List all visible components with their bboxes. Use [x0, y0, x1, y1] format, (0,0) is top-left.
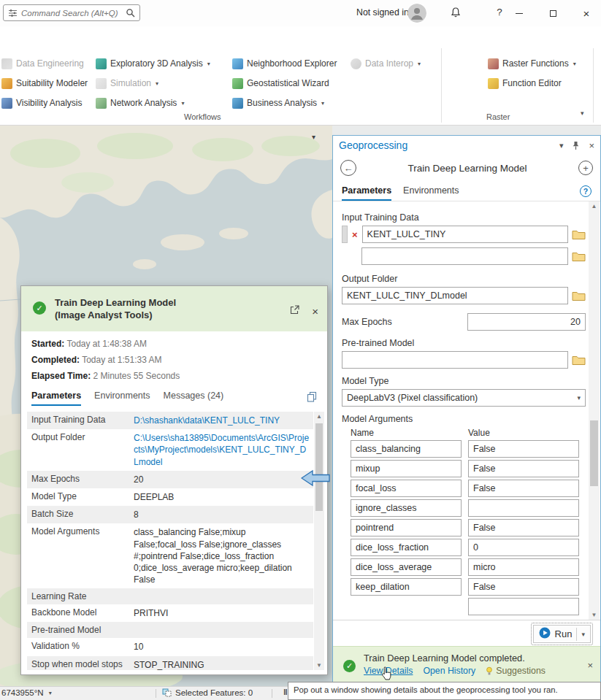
avatar[interactable] [407, 4, 426, 23]
browse-folder-button[interactable] [572, 355, 586, 366]
model-arg-value-input[interactable]: micro [468, 558, 579, 576]
chevron-down-icon: ▾ [207, 61, 210, 67]
model-arg-name-input[interactable]: class_balancing [351, 440, 462, 458]
ribbon-item-function-editor[interactable]: Function Editor [488, 75, 562, 91]
panel-close-icon[interactable]: × [589, 140, 594, 151]
tab-environments[interactable]: Environments [94, 387, 150, 406]
scrollbar-thumb[interactable] [590, 420, 598, 486]
pretrained-model-field[interactable] [342, 351, 568, 369]
run-button[interactable]: Run ▾ [533, 625, 591, 643]
run-bar: Run ▾ [333, 620, 600, 646]
ribbon-item-simulation[interactable]: Simulation ▾ [96, 75, 158, 91]
restore-button[interactable] [540, 0, 565, 26]
map-coordinates[interactable]: 6743955°N ▾ [1, 688, 52, 697]
input-training-data-field[interactable]: KENT_LULC_TINY [362, 226, 568, 243]
scroll-down-icon[interactable]: ▼ [316, 662, 322, 669]
command-search[interactable] [3, 4, 140, 21]
model-arg-name-input[interactable]: ignore_classes [351, 499, 462, 517]
help-icon[interactable]: ? [494, 7, 505, 18]
command-search-input[interactable] [21, 9, 122, 18]
ribbon-item-neighborhood-explorer[interactable]: Neighborhood Explorer [232, 55, 337, 72]
ribbon-item-business-analysis[interactable]: Business Analysis ▾ [232, 95, 324, 111]
model-arg-new-value-input[interactable] [468, 598, 579, 615]
table-row: Stop when model stopsSTOP_TRAINING [27, 656, 313, 670]
minimize-button[interactable] [507, 0, 532, 26]
scrollbar-thumb[interactable] [315, 423, 323, 511]
scroll-up-icon[interactable]: ▲ [316, 413, 322, 420]
table-row: Max Epochs20 [27, 471, 313, 488]
tab-environments[interactable]: Environments [403, 181, 459, 201]
dialog-scrollbar[interactable]: ▲ ▼ [314, 412, 324, 670]
dialog-header: ✓ Train Deep Learning Model (Image Analy… [21, 286, 327, 331]
run-options-chevron-icon[interactable]: ▾ [581, 631, 585, 638]
model-arg-name-input[interactable]: mixup [351, 460, 462, 477]
model-arg-value-input[interactable]: False [468, 519, 579, 536]
pin-icon[interactable] [572, 141, 580, 150]
map-pane-chevron-icon[interactable]: ▾ [312, 133, 315, 141]
browse-folder-button[interactable] [572, 251, 586, 262]
collapse-ribbon-icon[interactable]: ▾ [581, 109, 584, 117]
ribbon-item-exploratory-3d-analysis[interactable]: Exploratory 3D Analysis ▾ [96, 55, 210, 72]
tool-help-icon[interactable]: ? [580, 185, 592, 197]
model-arg-name-input[interactable]: focal_loss [351, 480, 462, 497]
model-arg-value-input[interactable]: False [468, 480, 579, 497]
tab-parameters[interactable]: Parameters [31, 387, 81, 406]
dialog-close-button[interactable]: × [312, 306, 318, 317]
output-folder-field[interactable]: KENT_LULC_TINY_DLmodel [342, 287, 568, 304]
parameters-table: Input Training DataD:\shashank\data\KENT… [27, 412, 313, 670]
drag-handle[interactable] [342, 226, 348, 243]
ribbon-item-visibility-analysis[interactable]: Visibility Analysis [1, 95, 82, 111]
statusbar-separator [156, 689, 156, 698]
notifications-bell-icon[interactable] [450, 7, 462, 21]
model-arg-value-input[interactable]: False [468, 440, 579, 458]
input-training-data-field-2[interactable] [361, 247, 568, 265]
chevron-down-icon: ▾ [181, 100, 184, 107]
ribbon-item-data-interop[interactable]: Data Interop ▾ [351, 55, 421, 72]
add-to-favorites-button[interactable]: + [578, 161, 593, 175]
ribbon-item-suitability-modeler[interactable]: Suitability Modeler [1, 75, 88, 91]
input-training-data-link[interactable]: D:\shashank\data\KENT_LULC_TINY [131, 412, 313, 429]
open-history-link[interactable]: Open History [423, 666, 475, 676]
scroll-down-icon[interactable]: ▼ [592, 612, 597, 618]
panel-header: Geoprocessing ▾ × [333, 136, 600, 155]
pause-drawing-icon[interactable]: ‖ [283, 688, 288, 696]
tool-nav: ← Train Deep Learning Model + [333, 155, 600, 181]
max-epochs-field[interactable]: 20 [467, 313, 586, 331]
output-folder-link[interactable]: C:\Users\sha13895\Documents\ArcGIS\Proje… [131, 429, 313, 471]
ribbon-item-raster-functions[interactable]: Raster Functions ▾ [488, 55, 576, 72]
model-arg-name-input[interactable]: pointrend [351, 519, 462, 536]
ribbon-item-geostatistical-wizard[interactable]: Geostatistical Wizard [232, 75, 329, 91]
suggestions-link[interactable]: Suggestions [486, 666, 546, 676]
back-button[interactable]: ← [340, 160, 356, 176]
popout-button[interactable] [289, 304, 300, 318]
signin-status[interactable]: Not signed in [356, 7, 409, 18]
panel-scrollbar[interactable]: ▲ ▼ [589, 201, 600, 620]
ribbon-item-data-engineering[interactable]: Data Engineering [1, 55, 84, 72]
scroll-up-icon[interactable]: ▲ [592, 203, 597, 209]
tab-messages[interactable]: Messages (24) [164, 387, 224, 406]
model-arg-name-input[interactable]: keep_dilation [351, 578, 462, 596]
model-arg-name-input[interactable]: dice_loss_fraction [351, 539, 462, 556]
copy-button[interactable] [307, 391, 317, 402]
model-type-select[interactable]: DeepLabV3 (Pixel classification) ▾ [342, 389, 586, 407]
model-arg-value-input[interactable]: False [468, 578, 579, 596]
completed-value: Today at 1:51:33 AM [82, 355, 161, 365]
remove-item-icon[interactable]: × [351, 229, 359, 240]
table-row: Batch Size8 [27, 506, 313, 523]
model-arg-value-input[interactable]: 0 [468, 539, 579, 556]
ribbon-item-network-analysis[interactable]: Network Analysis ▾ [96, 95, 184, 111]
close-button[interactable]: × [574, 0, 599, 26]
selected-features-status[interactable]: Selected Features: 0 [162, 688, 253, 697]
suitability-modeler-icon [1, 78, 12, 89]
geoprocessing-panel: Geoprocessing ▾ × ← Train Deep Learning … [332, 135, 601, 685]
statusbar-separator [272, 689, 272, 698]
simulation-icon [96, 78, 107, 89]
browse-folder-button[interactable] [572, 291, 586, 301]
model-arg-value-input[interactable] [468, 499, 579, 517]
tab-parameters[interactable]: Parameters [342, 181, 391, 201]
notification-close-icon[interactable]: × [587, 660, 593, 671]
browse-folder-button[interactable] [572, 229, 586, 240]
panel-collapse-icon[interactable]: ▾ [559, 141, 564, 150]
model-arg-name-input[interactable]: dice_loss_average [351, 558, 462, 576]
model-arg-value-input[interactable]: False [468, 460, 579, 477]
